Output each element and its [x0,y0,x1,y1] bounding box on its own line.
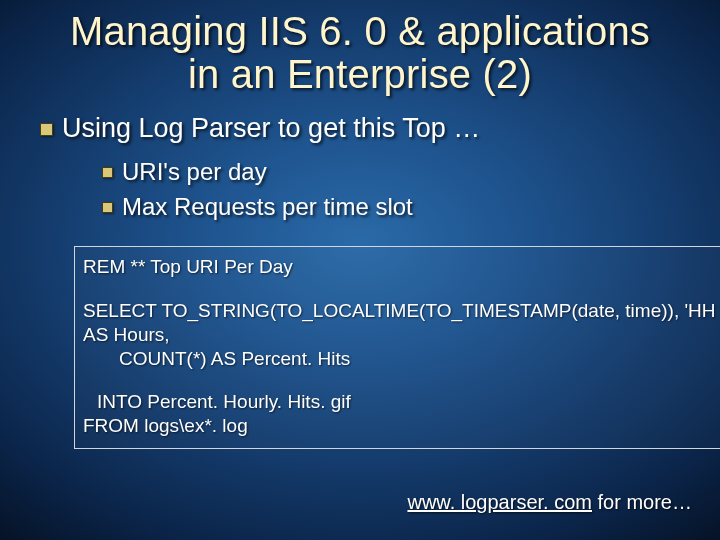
code-line: SELECT TO_STRING(TO_LOCALTIME(TO_TIMESTA… [83,299,720,323]
code-line: COUNT(*) AS Percent. Hits [83,347,720,371]
list-item: Using Log Parser to get this Top … URI's… [40,110,720,224]
blank-line [83,370,720,390]
bullet-text: Max Requests per time slot [122,193,413,220]
footnote-rest: for more… [592,491,692,513]
title-line-2: in an Enterprise (2) [188,52,532,96]
footnote: www. logparser. com for more… [407,491,692,514]
code-line: REM ** Top URI Per Day [83,255,720,279]
slide-body: Using Log Parser to get this Top … URI's… [0,110,720,449]
bullet-list-level1: Using Log Parser to get this Top … URI's… [40,110,720,224]
list-item: URI's per day [102,155,720,190]
code-line: INTO Percent. Hourly. Hits. gif [83,390,720,414]
code-line: FROM logs\ex*. log [83,414,720,438]
blank-line [83,279,720,299]
code-line: AS Hours, [83,323,720,347]
list-item: Max Requests per time slot [102,190,720,225]
code-box: REM ** Top URI Per Day SELECT TO_STRING(… [74,246,720,449]
bullet-text: URI's per day [122,158,267,185]
title-line-1: Managing IIS 6. 0 & applications [70,9,650,53]
slide-title: Managing IIS 6. 0 & applications in an E… [8,10,712,96]
footnote-link[interactable]: www. logparser. com [407,491,592,513]
bullet-list-level2: URI's per day Max Requests per time slot [62,155,720,225]
bullet-text: Using Log Parser to get this Top … [62,113,480,143]
slide: Managing IIS 6. 0 & applications in an E… [0,0,720,540]
